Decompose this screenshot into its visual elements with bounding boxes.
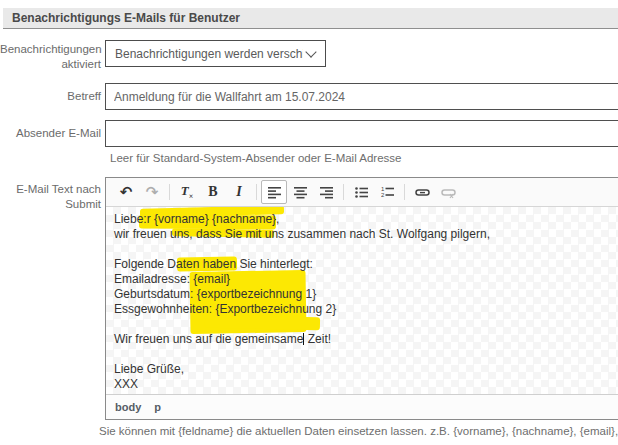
notification-email-settings-page: Benachrichtigungs E-Mails für Benutzer B… (0, 0, 618, 445)
unlink-icon[interactable] (435, 180, 461, 204)
subject-label: Betreff (0, 89, 101, 104)
editor-text-line: Geburtsdatum: {exportbezeichnung 1} (114, 287, 618, 302)
redo-icon[interactable]: ↷ (139, 180, 165, 204)
notifications-enabled-select[interactable]: Benachrichtigungen werden verschickt (105, 40, 326, 67)
link-icon[interactable] (409, 180, 435, 204)
editor-text-line: wir freuen uns, dass Sie mit uns zusamme… (114, 227, 618, 242)
align-right-icon[interactable] (313, 180, 339, 204)
editor-text-line: Liebe:r {vorname} {nachname}, (114, 212, 618, 227)
editor-text-line (114, 347, 618, 362)
svg-text:1: 1 (381, 186, 385, 192)
editor-text-line: Liebe Grüße, (114, 362, 618, 377)
editor-text-line: XXX (114, 377, 618, 392)
sender-email-label: Absender E-Mail (0, 126, 101, 141)
editor-body[interactable]: Liebe:r {vorname} {nachname}, wir freuen… (106, 207, 618, 394)
element-path-p[interactable]: p (154, 401, 161, 413)
element-path-body[interactable]: body (115, 401, 141, 413)
notifications-enabled-label: Benachrichtigungen aktiviert (0, 42, 101, 72)
rich-text-editor: ↶ ↷ T× B I (105, 177, 618, 420)
toolbar-separator (169, 184, 170, 200)
subject-input[interactable] (105, 83, 618, 110)
bold-icon[interactable]: B (200, 180, 226, 204)
sender-email-input[interactable] (105, 120, 618, 147)
email-text-label: E-Mail Text nach Submit (0, 182, 101, 212)
remove-format-icon[interactable]: T× (174, 180, 200, 204)
sender-email-hint: Leer für Standard-System-Absender oder E… (110, 152, 401, 164)
section-header: Benachrichtigungs E-Mails für Benutzer (3, 8, 618, 29)
editor-text-line: Wir freuen uns auf die gemeinsame Zeit! (114, 332, 618, 347)
editor-text-line: Emailadresse: {email} (114, 272, 618, 287)
toolbar-separator (256, 184, 257, 200)
editor-element-path: body p (106, 394, 618, 419)
email-text-hint: Sie können mit {feldname} die aktuellen … (99, 425, 618, 437)
editor-text-line: Essgewohnheiten: {Exportbezeichnung 2} (114, 302, 618, 317)
toolbar-separator (343, 184, 344, 200)
editor-text-line (114, 317, 618, 332)
svg-text:2: 2 (381, 192, 385, 198)
editor-text-line (114, 242, 618, 257)
section-title: Benachrichtigungs E-Mails für Benutzer (3, 8, 618, 28)
editor-toolbar: ↶ ↷ T× B I (106, 178, 618, 207)
undo-icon[interactable]: ↶ (113, 180, 139, 204)
bulleted-list-icon[interactable] (348, 180, 374, 204)
toolbar-separator (404, 184, 405, 200)
numbered-list-icon[interactable]: 1 2 (374, 180, 400, 204)
selected-option-label: Benachrichtigungen werden verschickt (106, 47, 303, 61)
chevron-down-icon (305, 46, 316, 57)
editor-text-line: Folgende Daten haben Sie hinterlegt: (114, 257, 618, 272)
italic-icon[interactable]: I (226, 180, 252, 204)
align-center-icon[interactable] (287, 180, 313, 204)
align-left-icon[interactable] (261, 180, 287, 204)
